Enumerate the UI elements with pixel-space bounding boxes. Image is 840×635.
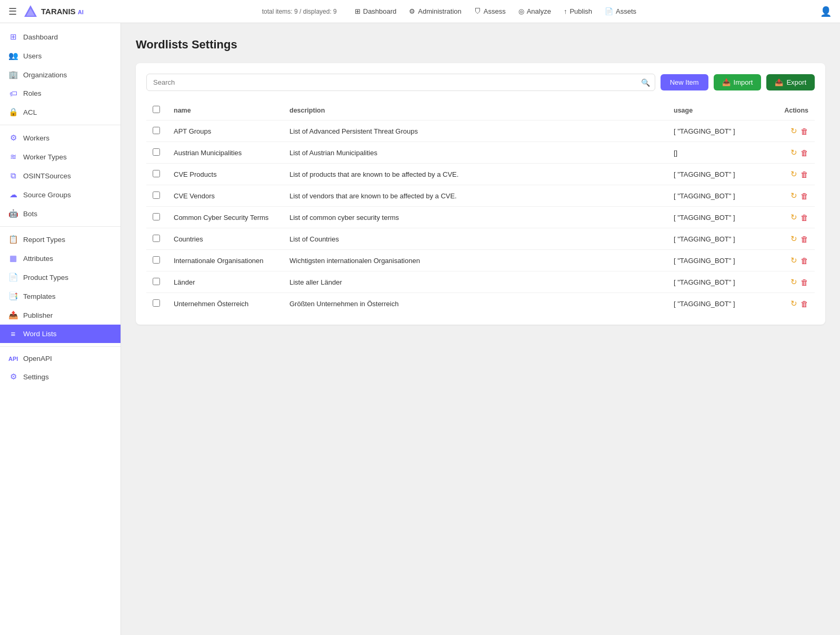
row-checkbox-cell bbox=[146, 250, 167, 271]
row-checkbox-cell bbox=[146, 120, 167, 142]
sidebar-item-dashboard[interactable]: ⊞ Dashboard bbox=[0, 27, 121, 46]
sidebar-item-publisher[interactable]: 📤 Publisher bbox=[0, 306, 121, 325]
row-description-5: List of Countries bbox=[283, 228, 667, 250]
hamburger-icon[interactable]: ☰ bbox=[8, 6, 17, 17]
navbar: ☰ TARANIS AI total items: 9 / displayed:… bbox=[0, 0, 840, 23]
assets-nav-icon: 📄 bbox=[605, 7, 613, 15]
row-checkbox-8[interactable] bbox=[153, 299, 160, 307]
sidebar-item-report-types[interactable]: 📋 Report Types bbox=[0, 230, 121, 249]
refresh-button-7[interactable]: ↻ bbox=[791, 277, 797, 287]
sidebar-item-attributes[interactable]: ▦ Attributes bbox=[0, 249, 121, 268]
dashboard-nav-icon: ⊞ bbox=[355, 7, 361, 15]
row-name-6: Internationale Organisationen bbox=[167, 250, 283, 271]
select-all-checkbox[interactable] bbox=[153, 106, 160, 113]
refresh-button-2[interactable]: ↻ bbox=[791, 169, 797, 179]
row-description-6: Wichtigsten internationalen Organisation… bbox=[283, 250, 667, 271]
table-wrapper: name description usage Actions APT Group… bbox=[146, 100, 815, 314]
sidebar-item-worker-types[interactable]: ≋ Worker Types bbox=[0, 147, 121, 166]
refresh-button-0[interactable]: ↻ bbox=[791, 126, 797, 136]
row-checkbox-6[interactable] bbox=[153, 256, 160, 264]
delete-button-2[interactable]: 🗑 bbox=[801, 170, 808, 179]
refresh-button-5[interactable]: ↻ bbox=[791, 234, 797, 244]
row-checkbox-1[interactable] bbox=[153, 148, 160, 156]
delete-button-3[interactable]: 🗑 bbox=[801, 191, 808, 200]
sidebar-item-openapi[interactable]: API OpenAPI bbox=[0, 350, 121, 367]
sidebar-item-source-groups[interactable]: ☁ Source Groups bbox=[0, 185, 121, 204]
nav-link-analyze[interactable]: ◎ Analyze bbox=[513, 5, 556, 18]
row-checkbox-cell bbox=[146, 207, 167, 228]
brand-logo-icon bbox=[23, 4, 38, 19]
delete-button-7[interactable]: 🗑 bbox=[801, 278, 808, 287]
row-checkbox-4[interactable] bbox=[153, 213, 160, 220]
row-checkbox-2[interactable] bbox=[153, 170, 160, 177]
col-header-usage: usage bbox=[667, 100, 773, 120]
row-action-buttons-8: ↻ 🗑 bbox=[779, 299, 808, 308]
assess-nav-icon: ⛉ bbox=[474, 7, 481, 15]
row-checkbox-3[interactable] bbox=[153, 191, 160, 199]
dashboard-icon: ⊞ bbox=[8, 32, 18, 42]
row-usage-5: [ "TAGGING_BOT" ] bbox=[667, 228, 773, 250]
delete-button-4[interactable]: 🗑 bbox=[801, 213, 808, 222]
row-checkbox-cell bbox=[146, 271, 167, 293]
table-row: Austrian Municipalities List of Austrian… bbox=[146, 142, 815, 164]
refresh-button-3[interactable]: ↻ bbox=[791, 191, 797, 200]
osint-sources-icon: ⧉ bbox=[8, 171, 18, 180]
row-usage-6: [ "TAGGING_BOT" ] bbox=[667, 250, 773, 271]
delete-button-5[interactable]: 🗑 bbox=[801, 235, 808, 244]
row-usage-2: [ "TAGGING_BOT" ] bbox=[667, 164, 773, 185]
nav-link-assess[interactable]: ⛉ Assess bbox=[469, 5, 511, 18]
nav-link-publish[interactable]: ↑ Publish bbox=[558, 5, 597, 18]
refresh-button-4[interactable]: ↻ bbox=[791, 213, 797, 222]
row-usage-3: [ "TAGGING_BOT" ] bbox=[667, 185, 773, 207]
import-button[interactable]: 📥 Import bbox=[714, 74, 762, 90]
row-checkbox-cell bbox=[146, 142, 167, 164]
sidebar-item-templates[interactable]: 📑 Templates bbox=[0, 287, 121, 306]
delete-button-1[interactable]: 🗑 bbox=[801, 148, 808, 157]
refresh-button-8[interactable]: ↻ bbox=[791, 299, 797, 308]
sidebar-item-bots[interactable]: 🤖 Bots bbox=[0, 204, 121, 223]
delete-button-8[interactable]: 🗑 bbox=[801, 299, 808, 308]
search-icon[interactable]: 🔍 bbox=[641, 78, 650, 87]
row-action-buttons-2: ↻ 🗑 bbox=[779, 169, 808, 179]
refresh-button-6[interactable]: ↻ bbox=[791, 256, 797, 265]
refresh-button-1[interactable]: ↻ bbox=[791, 148, 797, 157]
row-checkbox-5[interactable] bbox=[153, 235, 160, 242]
nav-link-dashboard[interactable]: ⊞ Dashboard bbox=[349, 5, 402, 18]
sidebar-item-product-types[interactable]: 📄 Product Types bbox=[0, 268, 121, 287]
row-usage-7: [ "TAGGING_BOT" ] bbox=[667, 271, 773, 293]
brand-name: TARANIS AI bbox=[41, 7, 84, 16]
sidebar-item-roles[interactable]: 🏷 Roles bbox=[0, 84, 121, 103]
navbar-left: ☰ TARANIS AI bbox=[8, 4, 84, 19]
sidebar-item-organizations[interactable]: 🏢 Organizations bbox=[0, 65, 121, 84]
wordlists-table: name description usage Actions APT Group… bbox=[146, 100, 815, 314]
row-actions-5: ↻ 🗑 bbox=[773, 228, 815, 250]
report-types-icon: 📋 bbox=[8, 235, 18, 244]
table-row: CVE Products List of products that are k… bbox=[146, 164, 815, 185]
row-actions-7: ↻ 🗑 bbox=[773, 271, 815, 293]
navbar-right: 👤 bbox=[820, 6, 832, 17]
row-actions-2: ↻ 🗑 bbox=[773, 164, 815, 185]
row-checkbox-7[interactable] bbox=[153, 278, 160, 285]
row-usage-1: [] bbox=[667, 142, 773, 164]
workers-icon: ⚙ bbox=[8, 133, 18, 143]
app-body: ⊞ Dashboard 👥 Users 🏢 Organizations 🏷 Ro… bbox=[0, 23, 840, 635]
col-header-description: description bbox=[283, 100, 667, 120]
nav-link-administration[interactable]: ⚙ Administration bbox=[404, 5, 466, 18]
export-button[interactable]: 📤 Export bbox=[766, 74, 815, 90]
new-item-button[interactable]: New Item bbox=[661, 74, 708, 90]
delete-button-6[interactable]: 🗑 bbox=[801, 256, 808, 265]
publish-nav-icon: ↑ bbox=[564, 7, 567, 15]
roles-icon: 🏷 bbox=[8, 89, 18, 98]
row-actions-1: ↻ 🗑 bbox=[773, 142, 815, 164]
row-checkbox-0[interactable] bbox=[153, 127, 160, 134]
sidebar-item-acl[interactable]: 🔒 ACL bbox=[0, 103, 121, 122]
sidebar-item-users[interactable]: 👥 Users bbox=[0, 46, 121, 65]
search-input[interactable] bbox=[146, 74, 655, 91]
sidebar-item-word-lists[interactable]: ≡ Word Lists bbox=[0, 325, 121, 343]
sidebar-item-settings[interactable]: ⚙ Settings bbox=[0, 367, 121, 386]
sidebar-item-workers[interactable]: ⚙ Workers bbox=[0, 128, 121, 147]
delete-button-0[interactable]: 🗑 bbox=[801, 127, 808, 136]
sidebar-item-osint-sources[interactable]: ⧉ OSINTSources bbox=[0, 166, 121, 185]
user-icon[interactable]: 👤 bbox=[820, 6, 832, 17]
nav-link-assets[interactable]: 📄 Assets bbox=[599, 5, 642, 18]
